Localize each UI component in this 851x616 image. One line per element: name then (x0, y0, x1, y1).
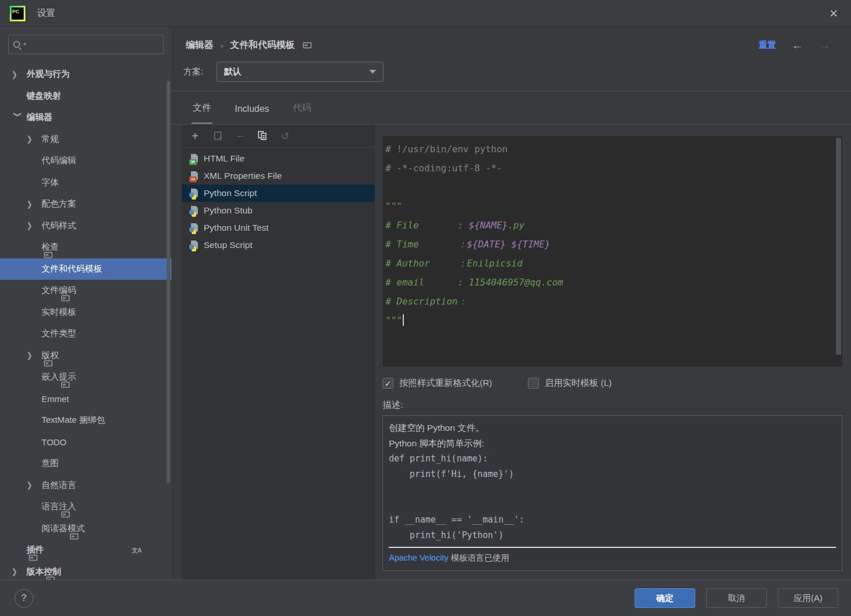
sidebar-item-todo[interactable]: TODO (0, 431, 171, 453)
description-code-line: if __name__ == '__main__': (389, 512, 836, 528)
plus-icon: + (192, 130, 198, 142)
template-item-setup-script[interactable]: Setup Script (182, 236, 375, 254)
template-item-label: Python Unit Test (204, 223, 269, 233)
sidebar-item-color-scheme[interactable]: ❯ 配色方案 (0, 193, 171, 215)
sidebar-item-file-types[interactable]: 文件类型 (0, 323, 171, 345)
sidebar-item-label: 版本控制 (27, 566, 61, 577)
add-template-button[interactable]: + (189, 130, 201, 142)
add-child-template-button[interactable] (211, 130, 224, 142)
reset-link[interactable]: 重置 (759, 40, 776, 51)
sidebar-item-appearance-behavior[interactable]: ❯ 外观与行为 (0, 63, 171, 85)
sidebar-item-general[interactable]: ❯ 常规 (0, 129, 171, 151)
chevron-right-icon[interactable]: ❯ (27, 221, 42, 230)
close-icon[interactable]: ✕ (829, 7, 838, 20)
sidebar-scrollbar[interactable] (167, 81, 170, 483)
sidebar-item-code-editing[interactable]: 代码编辑 (0, 150, 171, 172)
cancel-button[interactable]: 取消 (706, 588, 767, 608)
remove-template-button[interactable]: − (234, 130, 246, 142)
sidebar-item-label: 版权 (42, 350, 59, 361)
editor-line: # Author ：Enilpicsid (385, 254, 834, 273)
sidebar-item-label: 代码样式 (42, 220, 76, 231)
sidebar-item-language-injections[interactable]: 语言注入 (0, 496, 171, 518)
sidebar-item-intentions[interactable]: 意图 (0, 453, 171, 475)
template-list: H HTML File <> XML Properties File Pytho… (182, 148, 375, 254)
sidebar-item-code-style[interactable]: ❯ 代码样式 (0, 215, 171, 237)
settings-tree: ❯ 外观与行为 键盘映射 ❯ 编辑器 ❯ 常规 代码编辑 字体 ❯ 配色方案 ❯ (0, 63, 171, 580)
sidebar-item-editor[interactable]: ❯ 编辑器 (0, 107, 171, 129)
xml-file-icon: <> (189, 171, 199, 181)
template-item-python-stub[interactable]: Python Stub (182, 202, 375, 219)
chevron-right-icon[interactable]: ❯ (27, 200, 42, 209)
sidebar-item-label: 常规 (42, 134, 59, 145)
sidebar-item-label: 键盘映射 (27, 91, 61, 102)
ok-button[interactable]: 确定 (635, 588, 695, 608)
revert-template-button[interactable]: ↺ (279, 130, 291, 142)
template-list-toolbar: + − ↺ (182, 125, 375, 148)
editor-line: # File : ${NAME}.py (385, 216, 834, 235)
checkbox-unchecked-icon (528, 378, 539, 389)
template-item-label: Setup Script (204, 240, 252, 250)
live-template-checkbox[interactable]: 启用实时模板 (L) (528, 377, 612, 389)
search-input[interactable] (27, 35, 163, 54)
template-item-label: HTML File (204, 153, 245, 164)
breadcrumb-parent[interactable]: 编辑器 (186, 39, 213, 51)
sidebar-item-natural-languages[interactable]: ❯ 自然语言 (0, 475, 171, 497)
chevron-right-icon[interactable]: ❯ (12, 567, 27, 576)
template-list-panel: + − ↺ H HTML File <> XML Properties File (182, 125, 375, 582)
sidebar-item-label: 自然语言 (42, 480, 76, 491)
window-title: 设置 (37, 7, 55, 20)
translate-icon: 文A (132, 546, 141, 554)
apply-button[interactable]: 应用(A) (778, 588, 838, 608)
duplicate-template-button[interactable] (256, 130, 269, 142)
forward-arrow-icon[interactable]: → (819, 39, 830, 52)
template-editor[interactable]: # !/usr/bin/env python # -*-coding:utf-8… (383, 136, 842, 367)
sidebar-item-label: 配色方案 (42, 198, 76, 209)
template-item-html-file[interactable]: H HTML File (182, 150, 375, 167)
template-item-python-unit-test[interactable]: Python Unit Test (182, 219, 375, 236)
sidebar-item-label: 外观与行为 (27, 69, 70, 80)
python-file-icon (189, 241, 199, 250)
tab-files[interactable]: 文件 (192, 102, 212, 124)
tab-code[interactable]: 代码 (292, 102, 313, 124)
sidebar-item-font[interactable]: 字体 (0, 172, 171, 194)
file-plus-icon (214, 132, 222, 140)
breadcrumb-current: 文件和代码模板 (230, 39, 295, 51)
tab-includes[interactable]: Includes (234, 104, 271, 124)
chevron-right-icon[interactable]: ❯ (27, 480, 42, 490)
sidebar-item-version-control[interactable]: ❯ 版本控制 (0, 561, 171, 580)
sidebar-item-copyright[interactable]: ❯ 版权 (0, 345, 171, 367)
reformat-checkbox[interactable]: ✓ 按照样式重新格式化(R) (383, 377, 492, 389)
template-item-python-script[interactable]: Python Script (182, 185, 375, 202)
description-code-line (389, 497, 836, 513)
sidebar-item-inspections[interactable]: 检查 (0, 236, 171, 258)
sidebar-item-label: 文件和代码模板 (42, 264, 102, 275)
template-item-xml-properties-file[interactable]: <> XML Properties File (182, 167, 375, 185)
editor-scrollbar[interactable] (836, 138, 841, 355)
sidebar-item-file-encodings[interactable]: 文件编码 (0, 280, 171, 302)
sidebar-item-emmet[interactable]: Emmet (0, 388, 171, 410)
sidebar-item-label: Emmet (42, 394, 69, 404)
sidebar-item-file-templates[interactable]: 文件和代码模板 (0, 258, 171, 280)
sidebar-item-inlay-hints[interactable]: 嵌入提示 (0, 366, 171, 388)
sidebar-item-reader-mode[interactable]: 阅读器模式 (0, 518, 171, 540)
sidebar-item-keymap[interactable]: 键盘映射 (0, 85, 171, 107)
template-options: ✓ 按照样式重新格式化(R) 启用实时模板 (L) (383, 377, 842, 389)
chevron-right-icon[interactable]: ❯ (27, 351, 42, 360)
back-arrow-icon[interactable]: ← (792, 39, 803, 52)
chevron-right-icon[interactable]: ❯ (27, 134, 42, 144)
search-box[interactable] (8, 35, 164, 54)
sidebar-item-label: 文件类型 (42, 328, 76, 339)
sidebar-item-textmate[interactable]: TextMate 捆绑包 (0, 410, 171, 431)
sidebar-item-live-templates[interactable]: 实时模板 (0, 302, 171, 324)
scheme-select[interactable]: 默认 (216, 62, 384, 82)
template-item-label: XML Properties File (204, 171, 282, 181)
help-button[interactable]: ? (14, 589, 33, 608)
editor-line: # -*-coding:utf-8 -*- (385, 159, 834, 178)
chevron-right-icon[interactable]: ❯ (12, 70, 27, 79)
chevron-down-icon[interactable]: ❯ (13, 111, 22, 126)
apache-velocity-link[interactable]: Apache Velocity (389, 553, 448, 562)
template-item-label: Python Stub (204, 205, 252, 216)
screen-icon (44, 360, 53, 366)
sidebar-item-plugins[interactable]: 插件 文A (0, 539, 171, 561)
undo-icon: ↺ (280, 130, 289, 142)
